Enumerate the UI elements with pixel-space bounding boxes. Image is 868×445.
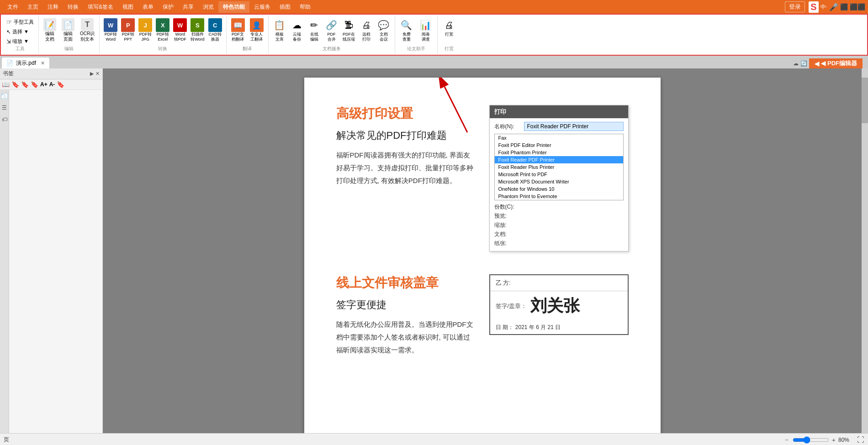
printer-item-ms-pdf[interactable]: Microsoft Print to PDF [495, 171, 623, 178]
pdf-tab-icon: 📄 [6, 60, 13, 66]
pdf-to-word-btn[interactable]: W PDF转Word [102, 17, 119, 43]
arrow-indicator [431, 78, 486, 138]
print-icon: 🖨 [360, 18, 373, 32]
sidebar-close-btn[interactable]: ✕ [95, 71, 100, 77]
word-to-pdf-btn[interactable]: W Word转PDF [172, 17, 188, 43]
menu-share[interactable]: 共享 [178, 1, 198, 13]
ocr-btn[interactable]: T OCR识别文本 [78, 17, 96, 43]
print-name-label: 名称(N): [494, 123, 524, 131]
print-dialog-widget: 打印 名称(N): Foxit Reader PDF Printer Fax F… [489, 105, 629, 251]
zoom-in-btn[interactable]: + [832, 436, 836, 444]
bookmark-btn4[interactable]: 🔖 [57, 81, 64, 88]
printer-item-foxit-reader[interactable]: Foxit Reader PDF Printer [495, 156, 623, 163]
printer-item-phantom-evernote[interactable]: Phantom Print to Evernote [495, 193, 623, 200]
human-translate-btn[interactable]: 👤 专业人工翻译 [248, 17, 265, 43]
close-tab-btn[interactable]: ✕ [41, 60, 45, 66]
sidebar-expand-btn[interactable]: ▶ [90, 71, 94, 77]
print-wide-label: 打宽 [440, 46, 458, 52]
zoom-value: 80% [838, 437, 854, 443]
scan-to-word-btn[interactable]: S 扫描件转Word [189, 17, 206, 43]
template-library-btn[interactable]: 📋 模板文库 [271, 17, 288, 43]
cloud-backup-btn[interactable]: ☁ 云端备份 [289, 17, 305, 43]
file-tab-演示pdf[interactable]: 📄 演示.pdf ✕ [2, 58, 49, 68]
menu-sign[interactable]: 填写&签名 [83, 1, 118, 13]
zoom-out-btn[interactable]: － [783, 436, 790, 444]
edit-page-btn[interactable]: 📄 编辑页面 [60, 17, 76, 43]
bookmark-add-btn[interactable]: 📖 [2, 81, 10, 88]
compress-icon: 🗜 [342, 18, 356, 32]
font-increase-btn[interactable]: A+ [40, 81, 48, 88]
online-edit-btn[interactable]: ✏ 在线编辑 [306, 17, 323, 43]
scan-to-word-icon: S [191, 18, 204, 32]
menu-home[interactable]: 主页 [23, 1, 43, 13]
scrollbar-thumb[interactable] [862, 78, 868, 123]
section2-title: 线上文件审核盖章 [336, 274, 476, 292]
survey-btn[interactable]: 📊 阅卷调查 [417, 17, 434, 43]
pdf-merge-btn[interactable]: 🔗 PDF合并 [323, 17, 340, 43]
vertical-scrollbar[interactable] [862, 68, 868, 433]
arrow-left-icon: ◀ [815, 60, 819, 67]
human-translate-icon: 👤 [250, 18, 264, 32]
pdf-translate-icon: 📖 [231, 18, 245, 32]
printer-item-foxit-phantom[interactable]: Foxit Phantom Printer [495, 149, 623, 156]
bookmark-btn2[interactable]: 🔖 [21, 81, 29, 88]
printer-item-foxit-plus[interactable]: Foxit Reader Plus Printer [495, 163, 623, 171]
sidebar-icon-2[interactable]: ☰ [2, 105, 7, 111]
printer-item-onenote[interactable]: OneNote for Windows 10 [495, 185, 623, 193]
menu-browse[interactable]: 浏览 [198, 1, 218, 13]
bookmark-btn1[interactable]: 🔖 [11, 81, 19, 88]
thesis-group: 🔍 免费查重 📊 阅卷调查 论文助手 [395, 16, 438, 54]
print-zoom-label: 缩放: [494, 221, 524, 229]
grid-icon[interactable]: ⬛⬛ [850, 3, 865, 10]
sig-name-row: 签字/盖章： 刘关张 [490, 291, 628, 321]
select-tool-btn[interactable]: ↖ 选择 ▼ [5, 27, 36, 36]
menu-cloud[interactable]: 云服务 [249, 1, 275, 13]
thesis-group-label: 论文助手 [398, 46, 434, 52]
pdf-to-excel-btn[interactable]: X PDF转Excel [154, 17, 171, 43]
edit-doc-btn[interactable]: 📝 编辑文档 [42, 17, 58, 43]
sidebar: 书签 ▶ ✕ 📖 🔖 🔖 🔖 A+ A- 🔖 📄 ☰ 🏷 [0, 68, 103, 433]
section2-body: 随着无纸化办公应用普及。当遇到使用PDF文档中需要添加个人签名或者标识时, 可以… [336, 318, 476, 356]
doc-meeting-btn[interactable]: 💬 文档会议 [376, 17, 392, 43]
menu-annotate[interactable]: 注释 [43, 1, 63, 13]
print-name-input[interactable]: Foxit Reader PDF Printer [524, 122, 624, 131]
zoom-tool-btn[interactable]: ⇲ 缩放 ▼ [5, 37, 36, 46]
pdf-to-jpg-btn[interactable]: J PDF转JPG [137, 17, 153, 43]
sidebar-icon-3[interactable]: 🏷 [2, 116, 7, 123]
fullscreen-btn[interactable]: ⛶ [857, 436, 864, 444]
login-button[interactable]: 登录 [785, 1, 805, 12]
pdf-to-ppt-btn[interactable]: P PDF转PPT [120, 17, 136, 43]
menu-help[interactable]: 帮助 [295, 1, 315, 13]
print-wide-btn[interactable]: 🖨 打宽 [440, 17, 458, 38]
menu-view[interactable]: 视图 [118, 1, 138, 13]
menu-protect[interactable]: 保护 [158, 1, 178, 13]
menu-special[interactable]: 特色功能 [218, 1, 249, 13]
file-tab-label: 演示.pdf [16, 59, 36, 67]
printer-item-fax[interactable]: Fax [495, 134, 623, 141]
cad-converter-btn[interactable]: C CAD转换器 [207, 17, 223, 43]
printer-item-ms-xps[interactable]: Microsoft XPS Document Writer [495, 178, 623, 185]
pdf-to-jpg-icon: J [138, 18, 152, 32]
sidebar-icon-1[interactable]: 📄 [1, 93, 8, 99]
remote-print-btn[interactable]: 🖨 远程打印 [358, 17, 375, 43]
word-to-pdf-icon: W [173, 18, 187, 32]
zoom-slider[interactable] [793, 436, 829, 444]
compress-btn[interactable]: 🗜 PDF在线压缩 [341, 17, 357, 43]
print-zoom-row: 缩放: [494, 221, 624, 229]
bookmark-btn3[interactable]: 🔖 [31, 81, 38, 88]
pdf-translate-btn[interactable]: 📖 PDF文档翻译 [229, 17, 247, 43]
pdf-editor-panel-btn[interactable]: ◀ ◀ PDF编辑器 [809, 58, 863, 68]
sig-date-value: 2021 年 6 月 21 日 [515, 324, 561, 331]
menu-form[interactable]: 表单 [138, 1, 158, 13]
hand-tool-btn[interactable]: ☞ 手型工具 [5, 17, 36, 26]
menu-plugin[interactable]: 插图 [275, 1, 295, 13]
mic-icon[interactable]: 🎤 [829, 3, 838, 11]
plagiarism-check-btn[interactable]: 🔍 免费查重 [398, 17, 415, 43]
screen-icon[interactable]: ⬛ [840, 3, 848, 10]
section2: 线上文件审核盖章 签字更便捷 随着无纸化办公应用普及。当遇到使用PDF文档中需要… [336, 274, 629, 356]
font-decrease-btn[interactable]: A- [49, 81, 55, 88]
printer-item-foxit-editor[interactable]: Foxit PDF Editor Printer [495, 141, 623, 149]
menu-file[interactable]: 文件 [3, 1, 23, 13]
template-icon: 📋 [273, 18, 286, 32]
menu-convert[interactable]: 转换 [63, 1, 83, 13]
